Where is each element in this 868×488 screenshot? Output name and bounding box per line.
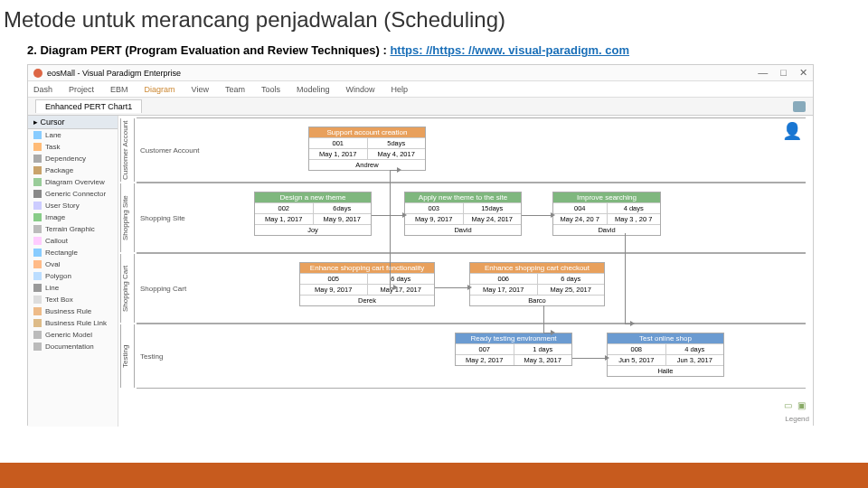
tool-label: Rectangle bbox=[45, 249, 78, 257]
tool-terrain-graphic[interactable]: Terrain Graphic bbox=[28, 223, 118, 235]
node-header: Apply new theme to the site bbox=[405, 192, 521, 202]
node-owner: Joy bbox=[255, 225, 371, 235]
pert-node-n3[interactable]: Apply new theme to the site00315daysMay … bbox=[404, 192, 522, 236]
node-end: May 24, 2017 bbox=[464, 214, 522, 224]
tool-icon bbox=[33, 190, 42, 198]
tool-line[interactable]: Line bbox=[28, 282, 118, 294]
node-end: May 3, 2017 bbox=[514, 355, 572, 365]
node-owner: David bbox=[553, 225, 660, 235]
tool-rectangle[interactable]: Rectangle bbox=[28, 247, 118, 258]
slide-footer bbox=[0, 463, 868, 488]
node-end: May 9, 2017 bbox=[314, 214, 372, 224]
tool-label: Line bbox=[45, 284, 59, 292]
tool-lane[interactable]: Lane bbox=[28, 129, 118, 141]
tool-text-box[interactable]: Text Box bbox=[28, 294, 118, 305]
tool-label: Text Box bbox=[45, 296, 73, 304]
tool-icon bbox=[33, 131, 42, 139]
toolbox: ▸ Cursor LaneTaskDependencyPackageDiagra… bbox=[28, 116, 118, 427]
lane-vertical-label: Shopping Site bbox=[120, 183, 135, 252]
diagram-canvas[interactable]: 👤 Customer AccountCustomer AccountShoppi… bbox=[118, 116, 813, 427]
zoom-icon[interactable]: ▭ bbox=[784, 400, 792, 410]
tool-image[interactable]: Image bbox=[28, 211, 118, 223]
node-duration: 6 days bbox=[368, 274, 435, 284]
minimize-icon[interactable]: — bbox=[758, 67, 768, 79]
tool-dependency[interactable]: Dependency bbox=[28, 153, 118, 164]
panel-toggle-icon[interactable] bbox=[793, 101, 806, 112]
pert-node-n2[interactable]: Design a new theme0026daysMay 1, 2017May… bbox=[254, 192, 372, 236]
pert-node-n8[interactable]: Test online shop0084 daysJun 5, 2017Jun … bbox=[607, 333, 724, 377]
node-owner: Derek bbox=[300, 296, 434, 305]
menu-help[interactable]: Help bbox=[392, 85, 409, 94]
tool-label: Lane bbox=[45, 131, 61, 139]
tool-icon bbox=[33, 166, 42, 174]
close-icon[interactable]: ✕ bbox=[799, 67, 807, 79]
subtitle-link[interactable]: https: //https: //www. visual-paradigm. … bbox=[390, 43, 629, 57]
tool-callout[interactable]: Callout bbox=[28, 235, 118, 247]
menu-tools[interactable]: Tools bbox=[261, 85, 280, 94]
node-header: Improve searching bbox=[553, 192, 660, 202]
pert-node-n4[interactable]: Improve searching0044 daysMay 24, 20 7Ma… bbox=[552, 192, 661, 236]
node-id: 006 bbox=[470, 274, 538, 284]
tool-user-story[interactable]: User Story bbox=[28, 200, 118, 211]
tool-business-rule-link[interactable]: Business Rule Link bbox=[28, 317, 118, 329]
node-start: May 17, 2017 bbox=[470, 285, 538, 295]
tool-package[interactable]: Package bbox=[28, 164, 118, 176]
tool-polygon[interactable]: Polygon bbox=[28, 270, 118, 282]
maximize-icon[interactable]: □ bbox=[780, 67, 787, 79]
pert-node-n7[interactable]: Ready testing environment0071 daysMay 2,… bbox=[455, 333, 572, 366]
menubar: DashProjectEBMDiagramViewTeamToolsModeli… bbox=[28, 81, 813, 98]
lane-title: Testing bbox=[140, 352, 163, 361]
menu-modeling[interactable]: Modeling bbox=[297, 85, 330, 94]
tool-documentation[interactable]: Documentation bbox=[28, 341, 118, 352]
document-tabs: Enhanced PERT Chart1 bbox=[28, 98, 813, 116]
node-start: May 9, 2017 bbox=[405, 214, 464, 224]
tool-label: Dependency bbox=[45, 155, 86, 163]
tool-diagram-overview[interactable]: Diagram Overview bbox=[28, 176, 118, 188]
node-end: May 25, 2017 bbox=[538, 285, 605, 295]
lane-title: Shopping Site bbox=[140, 214, 185, 222]
node-duration: 4 days bbox=[666, 344, 724, 354]
menu-project[interactable]: Project bbox=[69, 85, 94, 94]
pert-node-n6[interactable]: Enhance shopping cart checkout0066 daysM… bbox=[469, 262, 605, 306]
window-title: eosMall - Visual Paradigm Enterprise bbox=[47, 69, 181, 78]
tab-pert-chart[interactable]: Enhanced PERT Chart1 bbox=[35, 99, 142, 113]
node-duration: 15days bbox=[464, 203, 522, 213]
tool-icon bbox=[33, 319, 42, 327]
tool-icon bbox=[33, 307, 42, 315]
menu-diagram[interactable]: Diagram bbox=[145, 85, 175, 94]
node-header: Enhance shopping cart functionality bbox=[300, 263, 434, 273]
pert-node-n1[interactable]: Support account creation0015daysMay 1, 2… bbox=[308, 127, 426, 171]
tool-generic-connector[interactable]: Generic Connector bbox=[28, 188, 118, 200]
tool-icon bbox=[33, 296, 42, 304]
swimlane-l1: Customer AccountCustomer Account bbox=[137, 117, 806, 183]
tool-icon bbox=[33, 260, 42, 268]
lane-title: Shopping Cart bbox=[140, 285, 186, 293]
tool-generic-model[interactable]: Generic Model bbox=[28, 329, 118, 341]
tool-business-rule[interactable]: Business Rule bbox=[28, 305, 118, 317]
menu-view[interactable]: View bbox=[192, 85, 209, 94]
legend-label: Legend bbox=[785, 415, 809, 423]
tool-label: Documentation bbox=[45, 343, 94, 351]
tool-task[interactable]: Task bbox=[28, 141, 118, 153]
node-id: 007 bbox=[456, 344, 514, 354]
node-id: 002 bbox=[255, 203, 314, 213]
tool-label: User Story bbox=[45, 202, 80, 210]
node-id: 001 bbox=[309, 138, 368, 148]
tool-label: Diagram Overview bbox=[45, 178, 105, 186]
pert-node-n5[interactable]: Enhance shopping cart functionality0056 … bbox=[299, 262, 435, 306]
menu-dash[interactable]: Dash bbox=[33, 85, 52, 94]
lane-title: Customer Account bbox=[140, 146, 199, 155]
node-end: Jun 3, 2017 bbox=[666, 355, 724, 365]
menu-window[interactable]: Window bbox=[345, 85, 374, 94]
node-owner: David bbox=[405, 225, 521, 235]
menu-team[interactable]: Team bbox=[225, 85, 245, 94]
tool-label: Callout bbox=[45, 237, 68, 245]
lane-vertical-label: Testing bbox=[120, 324, 135, 388]
tool-icon bbox=[33, 343, 42, 351]
menu-ebm[interactable]: EBM bbox=[110, 85, 128, 94]
tool-oval[interactable]: Oval bbox=[28, 258, 118, 270]
node-duration: 5days bbox=[368, 138, 426, 148]
node-id: 003 bbox=[405, 203, 464, 213]
fit-icon[interactable]: ▣ bbox=[797, 400, 806, 410]
workarea: ▸ Cursor LaneTaskDependencyPackageDiagra… bbox=[28, 116, 813, 427]
